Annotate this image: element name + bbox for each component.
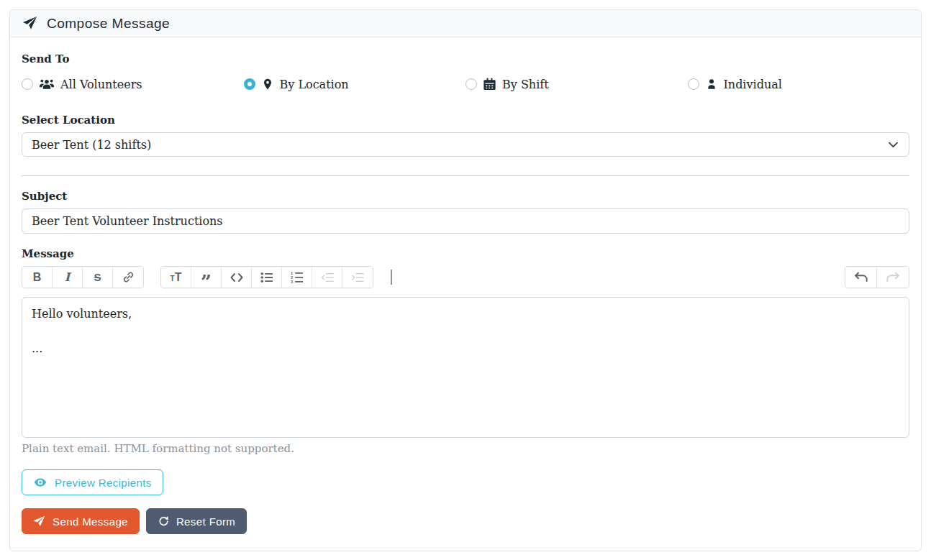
message-label: Message [22, 248, 909, 260]
chevron-down-icon [889, 142, 898, 148]
message-helper-text: Plain text email. HTML formatting not su… [22, 442, 909, 455]
radio-individual[interactable] [688, 78, 699, 90]
radio-option-individual[interactable]: Individual [688, 77, 910, 91]
radio-label: By Shift [502, 78, 549, 91]
outdent-icon [321, 272, 334, 283]
blockquote-icon: ” [201, 270, 212, 285]
subject-label: Subject [22, 191, 909, 203]
send-message-label: Send Message [53, 515, 128, 528]
indent-button[interactable] [342, 267, 373, 288]
radio-all-volunteers[interactable] [22, 78, 33, 90]
svg-text:2: 2 [291, 275, 293, 280]
link-icon [122, 271, 135, 283]
undo-button[interactable] [845, 267, 877, 288]
radio-option-by-shift[interactable]: By Shift [466, 77, 688, 91]
card-body: Send To All Volunteers [10, 37, 921, 546]
undo-icon [854, 272, 868, 283]
strikethrough-icon: S [94, 271, 101, 283]
select-location-label: Select Location [22, 114, 909, 127]
radio-option-by-location[interactable]: By Location [244, 77, 466, 91]
location-select-value: Beer Tent (12 shifts) [32, 138, 151, 152]
radio-label: By Location [280, 78, 349, 91]
blockquote-button[interactable]: ” [191, 267, 222, 288]
editor-toolbar: B I S [22, 266, 909, 288]
send-message-button[interactable]: Send Message [22, 508, 140, 534]
code-button[interactable] [222, 267, 252, 288]
strikethrough-button[interactable]: S [83, 267, 113, 288]
redo-button[interactable] [877, 267, 909, 288]
reset-form-label: Reset Form [176, 515, 235, 528]
card-header: Compose Message [10, 10, 921, 37]
bullet-list-icon [260, 272, 273, 283]
person-icon [706, 78, 717, 91]
radio-label: Individual [724, 78, 782, 91]
svg-text:1: 1 [291, 271, 293, 275]
section-divider [22, 175, 909, 176]
compose-message-card: Compose Message Send To All Volunteers [9, 9, 922, 551]
paper-plane-icon [33, 515, 45, 528]
location-select[interactable]: Beer Tent (12 shifts) [22, 132, 909, 157]
eye-icon [33, 476, 47, 489]
radio-label: All Volunteers [60, 78, 142, 91]
heading-icon: TT [171, 271, 182, 284]
actions-row: Send Message Reset Form [22, 508, 909, 534]
radio-by-shift[interactable] [466, 78, 477, 90]
outdent-button[interactable] [312, 267, 342, 288]
indent-icon [351, 272, 364, 283]
page-title: Compose Message [47, 16, 170, 32]
ordered-list-button[interactable]: 1 2 3 [282, 267, 312, 288]
toolbar-separator [391, 270, 392, 285]
toolbar-block-group: TT ” [160, 266, 373, 288]
bold-icon: B [33, 271, 42, 284]
calendar-icon [483, 78, 496, 91]
heading-button[interactable]: TT [161, 267, 191, 288]
code-icon [230, 272, 243, 283]
radio-option-all-volunteers[interactable]: All Volunteers [22, 77, 244, 91]
send-to-label: Send To [22, 53, 909, 65]
reset-form-button[interactable]: Reset Form [146, 508, 247, 534]
italic-icon: I [65, 270, 70, 284]
paper-plane-icon [22, 16, 37, 31]
link-button[interactable] [113, 267, 143, 288]
preview-recipients-button[interactable]: Preview Recipients [22, 469, 163, 495]
message-editor[interactable]: Hello volunteers, ... [22, 297, 909, 438]
radio-by-location[interactable] [244, 78, 255, 90]
svg-text:3: 3 [291, 280, 293, 283]
toolbar-format-group: B I S [22, 266, 144, 288]
location-pin-icon [262, 77, 273, 91]
subject-input[interactable] [22, 208, 909, 234]
preview-recipients-label: Preview Recipients [55, 477, 152, 489]
bold-button[interactable]: B [22, 267, 53, 288]
send-to-radio-group: All Volunteers By Location [22, 77, 909, 91]
redo-icon [886, 272, 900, 283]
users-icon [40, 79, 54, 90]
ordered-list-icon: 1 2 3 [291, 271, 304, 283]
italic-button[interactable]: I [53, 267, 83, 288]
bullet-list-button[interactable] [252, 267, 282, 288]
toolbar-history-group [845, 266, 909, 288]
redo-refresh-icon [158, 515, 169, 527]
